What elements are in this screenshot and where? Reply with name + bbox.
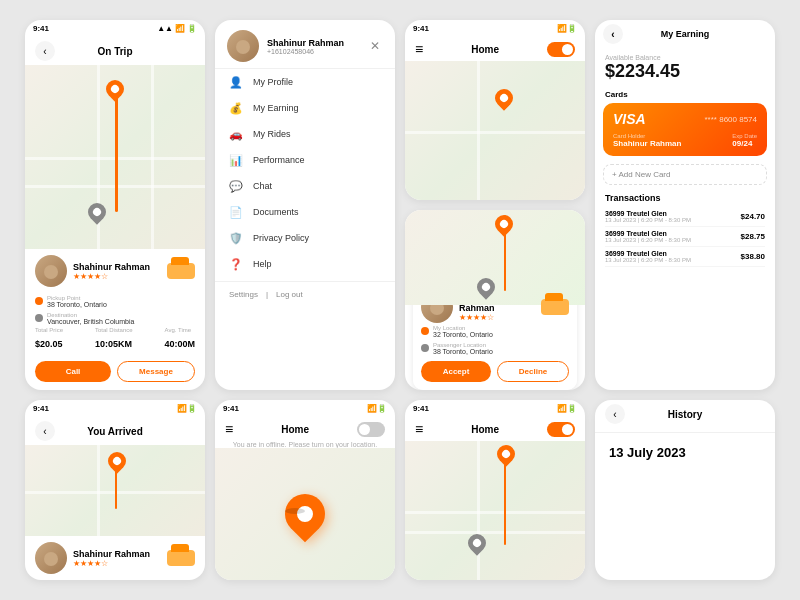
user-row-1: Shahinur Rahman ★★★★☆ — [25, 249, 205, 293]
dest-loc: Vancouver, British Columbia — [47, 318, 134, 325]
map-bg-8 — [405, 441, 585, 580]
pickup-dot — [35, 297, 43, 305]
menu-footer: Settings | Log out — [215, 281, 395, 307]
back-btn-6[interactable]: ‹ — [35, 421, 55, 441]
trans-rows: 36999 Treutel Glen 13 Jul 2023 | 6:20 PM… — [605, 207, 765, 267]
history-back-btn[interactable]: ‹ — [605, 404, 625, 424]
menu-user-name: Shahinur Rahman — [267, 38, 344, 48]
dist-item: Total Distance 10:05KM — [95, 327, 133, 351]
message-btn-1[interactable]: Message — [117, 361, 195, 382]
arrived-user-row: Shahinur Rahman ★★★★☆ — [25, 536, 205, 580]
menu-icon-3[interactable]: ≡ — [415, 41, 423, 57]
accept-passloc: Passenger Location 38 Toronto, Ontario — [421, 340, 569, 357]
on-trip-title: On Trip — [98, 46, 133, 57]
time-label: Avg. Time — [164, 327, 195, 333]
nav-header-3: ≡ Home — [405, 37, 585, 61]
home-on-card: 9:41 📶🔋 ≡ Home — [405, 20, 585, 200]
menu-icon-7[interactable]: ≡ — [225, 421, 233, 437]
menu-user: Shahinur Rahman +16102458046 — [227, 30, 344, 62]
holder-value: Shahinur Rahman — [613, 139, 681, 148]
time-item: Avg. Time 40:00M — [164, 327, 195, 351]
accept-btn[interactable]: Accept — [421, 361, 491, 382]
menu-item-my-rides[interactable]: 🚗My Rides — [215, 121, 395, 147]
dest-row: Destination Vancouver, British Columbia — [25, 310, 205, 327]
status-bar-3: 9:41 📶🔋 — [405, 20, 585, 37]
menu-item-privacy-policy[interactable]: 🛡️Privacy Policy — [215, 225, 395, 251]
big-location-pin — [277, 486, 334, 543]
big-pin-container — [215, 448, 395, 580]
home2-pin-top — [493, 441, 518, 466]
dist-label: Total Distance — [95, 327, 133, 333]
price-val: $20.05 — [35, 339, 63, 349]
call-btn-1[interactable]: Call — [35, 361, 111, 382]
menu-item-my-profile[interactable]: 👤My Profile — [215, 69, 395, 95]
history-nav: ‹ History — [595, 400, 775, 428]
transaction-row-2: 36999 Treutel Glen 13 Jul 2023 | 6:20 PM… — [605, 247, 765, 267]
home2-card: 9:41 📶🔋 ≡ Home — [405, 400, 585, 580]
exp-value: 09/24 — [732, 139, 757, 148]
menu-item-my-earning[interactable]: 💰My Earning — [215, 95, 395, 121]
menu-icon-8[interactable]: ≡ — [415, 421, 423, 437]
time-1: 9:41 — [33, 24, 49, 33]
menu-item-icon: 💬 — [229, 179, 243, 193]
menu-item-chat[interactable]: 💬Chat — [215, 173, 395, 199]
menu-item-icon: 📄 — [229, 205, 243, 219]
toggle-off[interactable] — [357, 422, 385, 437]
settings-link[interactable]: Settings — [229, 290, 258, 299]
add-card-label: + Add New Card — [612, 170, 670, 179]
arrived-card: 9:41 📶🔋 ‹ You Arrived Shahinur Rahman ★★… — [25, 400, 205, 580]
time-7: 9:41 — [223, 404, 239, 413]
add-card-btn[interactable]: + Add New Card — [603, 164, 767, 185]
map-road-3v — [477, 61, 480, 200]
menu-avatar — [227, 30, 259, 62]
pickup-row: Pickup Point 38 Toronto, Ontario — [25, 293, 205, 310]
offline-message: You are in offline. Please turn on your … — [215, 441, 395, 448]
back-btn-1[interactable]: ‹ — [35, 41, 55, 61]
menu-item-icon: 💰 — [229, 101, 243, 115]
accept-stars: ★★★★☆ — [459, 313, 535, 322]
home-title-8: Home — [471, 424, 499, 435]
nav-header-1: ‹ On Trip — [25, 37, 205, 65]
history-date: 13 July 2023 — [595, 437, 775, 468]
pass-loc: 38 Toronto, Ontario — [433, 348, 493, 355]
holder-label: Card Holder — [613, 133, 681, 139]
trans-date-0: 13 Jul 2023 | 6:20 PM - 8:30 PM — [605, 217, 691, 223]
menu-item-help[interactable]: ❓Help — [215, 251, 395, 277]
status-bar-6: 9:41 📶🔋 — [25, 400, 205, 417]
logout-link[interactable]: Log out — [276, 290, 303, 299]
close-btn[interactable]: ✕ — [367, 38, 383, 54]
accept-map — [405, 210, 585, 305]
menu-item-documents[interactable]: 📄Documents — [215, 199, 395, 225]
exp-label: Exp Date — [732, 133, 757, 139]
home-title-3: Home — [471, 44, 499, 55]
visa-logo: VISA — [613, 111, 646, 127]
dist-val: 10:05KM — [95, 339, 132, 349]
route-line-1 — [115, 83, 118, 212]
cards-section-label: Cards — [595, 88, 775, 99]
accept-btns: Accept Decline — [421, 357, 569, 384]
time-6: 9:41 — [33, 404, 49, 413]
back-btn-4[interactable]: ‹ — [603, 24, 623, 44]
action-btns-1: Call Message — [25, 355, 205, 390]
toggle-8[interactable] — [547, 422, 575, 437]
home-title-7: Home — [281, 424, 309, 435]
trans-amount-1: $28.75 — [741, 232, 765, 241]
home-off-card: 9:41 📶🔋 ≡ Home You are in offline. Pleas… — [215, 400, 395, 580]
trans-name-0: 36999 Treutel Glen — [605, 210, 691, 217]
menu-item-icon: 👤 — [229, 75, 243, 89]
menu-item-icon: 🚗 — [229, 127, 243, 141]
toggle-on[interactable] — [547, 42, 575, 57]
arrived-user-info: Shahinur Rahman ★★★★☆ — [73, 549, 161, 568]
arrived-pin — [104, 449, 129, 474]
menu-item-performance[interactable]: 📊Performance — [215, 147, 395, 173]
menu-user-phone: +16102458046 — [267, 48, 344, 55]
on-trip-card: 9:41 ▲▲ 📶 🔋 ‹ On Trip Sh — [25, 20, 205, 390]
accept-car — [541, 299, 569, 315]
stars-1: ★★★★☆ — [73, 272, 161, 281]
pin-top-1 — [102, 76, 127, 101]
pin-3 — [491, 85, 516, 110]
arrived-map — [25, 445, 205, 536]
earning-balance-section: Available Balance $2234.45 — [595, 48, 775, 88]
decline-btn[interactable]: Decline — [497, 361, 569, 382]
arrived-car — [167, 550, 195, 566]
